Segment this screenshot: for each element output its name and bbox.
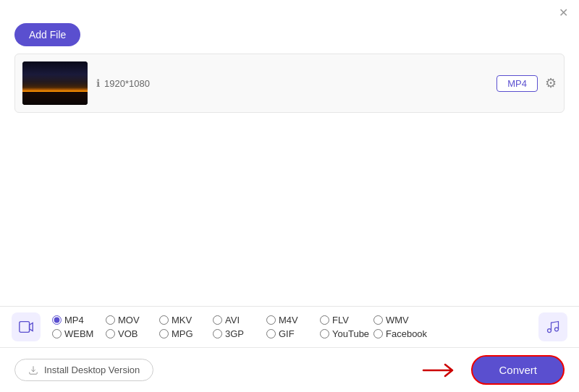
bottom-bar: MP4 MOV MKV AVI M4V xyxy=(0,306,579,392)
video-format-icon[interactable] xyxy=(12,312,41,341)
format-row-1: MP4 MOV MKV AVI M4V xyxy=(52,315,530,325)
format-option-vob[interactable]: VOB xyxy=(106,328,156,339)
format-option-mov[interactable]: MOV xyxy=(106,315,156,325)
audio-format-icon[interactable] xyxy=(538,312,567,341)
close-button[interactable]: ✕ xyxy=(557,7,569,19)
format-option-webm[interactable]: WEBM xyxy=(52,328,103,339)
format-option-m4v[interactable]: M4V xyxy=(266,315,317,325)
action-bar: Install Desktop Version Convert xyxy=(0,348,579,392)
settings-icon[interactable]: ⚙ xyxy=(545,75,557,91)
convert-arrow-icon xyxy=(422,362,457,379)
title-bar: ✕ xyxy=(0,0,579,23)
svg-point-2 xyxy=(555,328,559,331)
info-icon[interactable]: ℹ xyxy=(96,77,100,89)
format-row-2: WEBM VOB MPG 3GP GIF xyxy=(52,328,530,339)
format-badge[interactable]: MP4 xyxy=(496,75,538,92)
file-thumbnail xyxy=(22,61,88,105)
format-option-avi[interactable]: AVI xyxy=(213,315,263,325)
thumbnail-image xyxy=(22,61,88,105)
download-icon xyxy=(28,365,38,375)
format-options: MP4 MOV MKV AVI M4V xyxy=(52,315,530,339)
convert-button[interactable]: Convert xyxy=(471,355,565,385)
add-file-button[interactable]: Add File xyxy=(14,23,80,46)
format-option-mp4[interactable]: MP4 xyxy=(52,315,103,325)
svg-rect-0 xyxy=(20,322,30,333)
file-info: ℹ 1920*1080 xyxy=(96,77,488,89)
format-bar: MP4 MOV MKV AVI M4V xyxy=(0,307,579,348)
file-list: ℹ 1920*1080 MP4 ⚙ xyxy=(14,54,565,113)
file-actions: MP4 ⚙ xyxy=(496,75,557,92)
svg-point-1 xyxy=(548,329,551,333)
format-option-flv[interactable]: FLV xyxy=(320,315,371,325)
format-option-youtube[interactable]: YouTube xyxy=(320,328,371,339)
toolbar: Add File xyxy=(0,23,579,54)
format-option-wmv[interactable]: WMV xyxy=(373,315,424,325)
format-option-mpg[interactable]: MPG xyxy=(159,328,210,339)
convert-area: Convert xyxy=(422,355,565,385)
format-option-facebook[interactable]: Facebook xyxy=(373,328,427,339)
format-option-gif[interactable]: GIF xyxy=(266,328,317,339)
install-desktop-button[interactable]: Install Desktop Version xyxy=(14,359,153,381)
file-resolution: 1920*1080 xyxy=(104,78,150,89)
format-option-mkv[interactable]: MKV xyxy=(159,315,210,325)
format-option-3gp[interactable]: 3GP xyxy=(213,328,263,339)
